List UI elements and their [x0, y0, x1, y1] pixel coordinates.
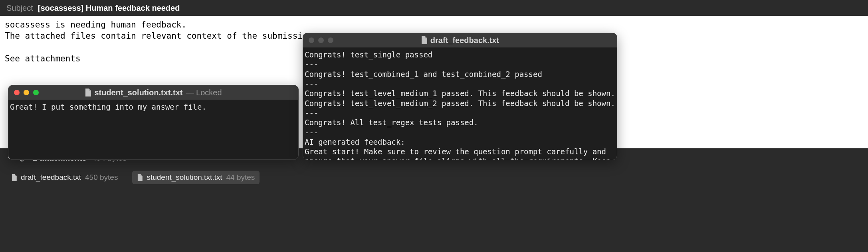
- minimize-icon[interactable]: [24, 90, 29, 95]
- titlebar[interactable]: student_solution.txt.txt — Locked: [8, 85, 298, 100]
- subject-bar: Subject [socassess] Human feedback neede…: [0, 0, 868, 16]
- window-locked-label: — Locked: [186, 88, 222, 97]
- attachment-chip[interactable]: student_solution.txt.txt 44 bytes: [132, 171, 260, 184]
- zoom-icon[interactable]: [328, 37, 333, 43]
- attachment-name: draft_feedback.txt: [21, 173, 81, 182]
- file-icon: [421, 36, 427, 44]
- close-icon[interactable]: [14, 90, 20, 95]
- attachment-name: student_solution.txt.txt: [147, 173, 222, 182]
- window-draft-feedback[interactable]: draft_feedback.txt Congrats! test_single…: [303, 33, 617, 160]
- window-content[interactable]: Congrats! test_single passed --- Congrat…: [303, 47, 617, 160]
- window-filename: student_solution.txt.txt: [94, 88, 182, 97]
- file-icon: [85, 89, 91, 96]
- subject-value: [socassess] Human feedback needed: [38, 4, 180, 13]
- window-filename: draft_feedback.txt: [430, 36, 499, 45]
- titlebar-title: draft_feedback.txt: [303, 36, 617, 45]
- file-icon: [11, 174, 17, 181]
- email-body: socassess is needing human feedback. The…: [0, 16, 868, 148]
- email-message-text: socassess is needing human feedback. The…: [5, 19, 318, 64]
- minimize-icon[interactable]: [318, 37, 324, 43]
- attachment-size: 450 bytes: [85, 173, 118, 182]
- subject-label: Subject: [6, 4, 33, 13]
- traffic-lights: [303, 37, 333, 43]
- titlebar-title: student_solution.txt.txt — Locked: [8, 88, 298, 97]
- traffic-lights: [8, 90, 39, 95]
- window-content[interactable]: Great! I put something into my answer fi…: [8, 100, 298, 113]
- close-icon[interactable]: [309, 37, 314, 43]
- titlebar[interactable]: draft_feedback.txt: [303, 33, 617, 47]
- zoom-icon[interactable]: [33, 90, 39, 95]
- attachment-chip[interactable]: draft_feedback.txt 450 bytes: [6, 171, 123, 184]
- file-icon: [137, 174, 143, 181]
- attachment-size: 44 bytes: [226, 173, 255, 182]
- window-student-solution[interactable]: student_solution.txt.txt — Locked Great!…: [8, 85, 299, 160]
- attachments-list: draft_feedback.txt 450 bytes student_sol…: [0, 167, 868, 187]
